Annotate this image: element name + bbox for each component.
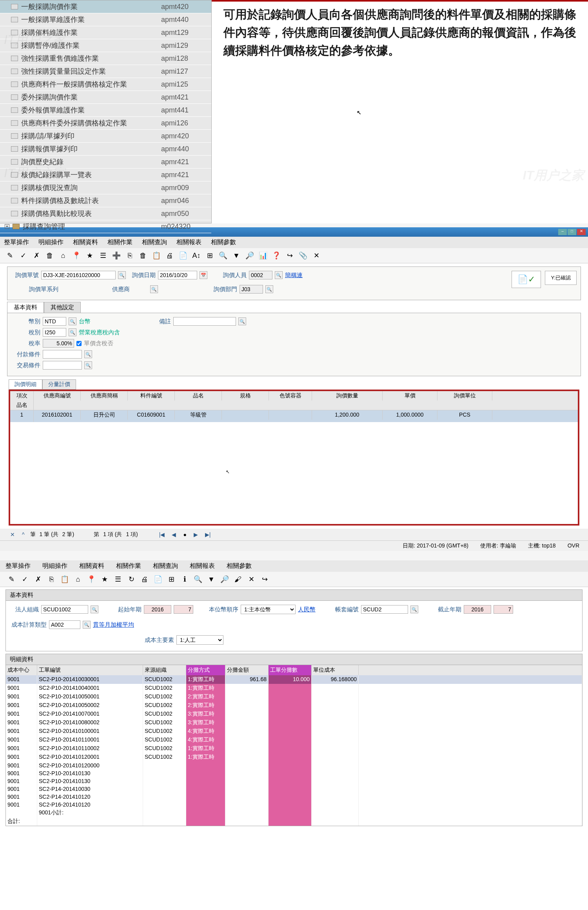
search-icon[interactable]: 🔍 — [84, 350, 92, 358]
toolbar-button[interactable]: ➕ — [111, 250, 122, 261]
toolbar-button[interactable]: A↕ — [191, 250, 202, 261]
grid-row[interactable]: 9001SC2-P10-201410050002SCUD10022:實際工時 — [6, 701, 582, 710]
person-link[interactable]: 簡稱連 — [285, 272, 303, 279]
tree-item[interactable]: 供應商料件一般採購價格核定作業apmi125 — [0, 78, 211, 91]
toolbar-button[interactable]: ☰ — [112, 573, 124, 585]
toolbar-button[interactable]: 🖌 — [232, 573, 244, 585]
grid-row[interactable]: 9001SC2-P16-201410120 — [6, 801, 582, 808]
search-icon[interactable]: 🔍 — [69, 317, 76, 325]
grid-row[interactable]: 9001SC2-P10-201410120001SCUD10021:實際工時 — [6, 753, 582, 761]
toolbar-button[interactable]: 🔎 — [244, 250, 256, 261]
currency-input[interactable] — [43, 317, 66, 326]
toolbar-button[interactable]: 🗑 — [137, 250, 149, 261]
end-year-input[interactable] — [464, 605, 491, 614]
calendar-icon[interactable]: 📅 — [200, 271, 207, 279]
menu-item[interactable]: 相關作業 — [107, 238, 132, 247]
toolbar-button[interactable]: 🔍 — [217, 250, 229, 261]
elem-select[interactable]: 1:人工 — [176, 635, 223, 645]
end-month-input[interactable] — [494, 605, 513, 614]
grid-col-header[interactable]: 分攤方式 — [186, 665, 225, 675]
tab-other[interactable]: 其他設定 — [44, 302, 81, 313]
corp-input[interactable] — [41, 605, 88, 614]
toolbar-button[interactable]: 📄 — [177, 250, 189, 261]
tree-item[interactable]: 強性採購重售價維護作業apmi128 — [0, 52, 211, 65]
status-button[interactable]: Y:已確認 — [545, 271, 577, 285]
toolbar-button[interactable]: ✕ — [310, 250, 322, 261]
grid-col-header[interactable]: 分攤金額 — [225, 665, 269, 675]
toolbar-button[interactable]: 🗑 — [44, 250, 56, 261]
search-icon[interactable]: 🔍 — [238, 317, 246, 325]
minimize-button[interactable]: – — [558, 229, 567, 235]
toolbar-button[interactable]: ✗ — [32, 573, 44, 585]
toolbar-button[interactable]: 🖨 — [139, 573, 151, 585]
confirm-button[interactable]: 📄✓ — [512, 271, 541, 288]
grid-col-header[interactable]: 供應商編號 — [34, 391, 81, 401]
tree-item[interactable]: 採購催料維護作業apmt129 — [0, 26, 211, 39]
search-icon[interactable]: 🔍 — [410, 605, 418, 613]
grid-row[interactable]: 9001SC2-P10-201410110002SCUD10021:實際工時 — [6, 744, 582, 753]
toolbar-button[interactable]: ❓ — [270, 250, 282, 261]
maximize-button[interactable]: □ — [568, 229, 576, 235]
menu-item[interactable]: 整單操作 — [5, 562, 31, 570]
tree-item[interactable]: 核價紀錄採購單一覽表apmr421 — [0, 169, 211, 181]
acct-input[interactable] — [361, 605, 408, 614]
toolbar-button[interactable]: 📊 — [257, 250, 269, 261]
menu-item[interactable]: 相關參數 — [211, 238, 236, 247]
grid-row[interactable]: 9001SC2-P10-201410040001SCUD10021:實際工時 — [6, 684, 582, 692]
tree-item[interactable]: 採購核價現況查詢apmr009 — [0, 181, 211, 194]
pager-last[interactable]: ▶| — [203, 531, 212, 538]
grid-col-header[interactable]: 色號容器 — [269, 391, 312, 401]
grid-col-header[interactable]: 供應商簡稱 — [81, 391, 128, 401]
calc-input[interactable] — [49, 620, 80, 629]
grid-col-header[interactable]: 來源組織 — [143, 665, 186, 675]
tab-basic[interactable]: 基本資料 — [7, 302, 44, 313]
tree-item[interactable]: 詢價歷史紀錄apmr421 — [0, 156, 211, 169]
toolbar-button[interactable]: 📍 — [71, 250, 82, 261]
grid-row[interactable]: 9001SC2-P10-201410080002SCUD10023:實際工時 — [6, 718, 582, 727]
toolbar-button[interactable]: 🔍 — [192, 573, 204, 585]
search-icon[interactable]: 🔍 — [150, 285, 158, 293]
pager-first[interactable]: |◀ — [158, 531, 167, 538]
close-button[interactable]: ✕ — [577, 229, 586, 235]
calc-link[interactable]: 貫等月加權平均 — [93, 621, 134, 629]
toolbar-button[interactable]: ▼ — [230, 250, 242, 261]
tree-item[interactable]: 採購暫停/維護作業apmi129 — [0, 39, 211, 52]
toolbar-button[interactable]: 📍 — [85, 573, 97, 585]
tree-item[interactable]: 強性採購質量量回設定作業apmi127 — [0, 65, 211, 78]
menu-item[interactable]: 相關查詢 — [153, 562, 178, 570]
grid-row[interactable]: 9001SC2-P10-201410110001SCUD10024:實際工時 — [6, 736, 582, 744]
remark-input[interactable] — [173, 317, 236, 326]
search-icon[interactable]: 🔍 — [265, 285, 273, 293]
tree-item[interactable]: 委外採購詢價作業apmt421 — [0, 91, 211, 104]
menu-item[interactable]: 明細操作 — [42, 562, 67, 570]
grid-row[interactable]: 9001SC2-P10-201410130 — [6, 777, 582, 785]
toolbar-button[interactable]: 📄 — [152, 573, 164, 585]
tree-item[interactable]: 採購價格異動比較現表apmr050 — [0, 207, 211, 220]
grid-row[interactable]: 9001小計: — [6, 808, 582, 817]
toolbar-button[interactable]: ↪ — [259, 573, 270, 585]
pager-prev[interactable]: ◀ — [170, 531, 178, 538]
tree-item[interactable]: 供應商料件委外採購價格核定作業apmi126 — [0, 117, 211, 130]
toolbar-button[interactable]: 📋 — [59, 573, 71, 585]
grid-row[interactable]: 9001SC2-P10-201410130 — [6, 769, 582, 777]
search-icon[interactable]: 🔍 — [118, 271, 126, 279]
menu-item[interactable]: 明細操作 — [38, 238, 64, 247]
start-month-input[interactable] — [174, 605, 193, 614]
rate-checkbox[interactable] — [76, 341, 82, 346]
toolbar-button[interactable]: ☰ — [97, 250, 109, 261]
grid-col-header[interactable]: 品名 — [10, 401, 34, 410]
toolbar-button[interactable]: ↪ — [284, 250, 296, 261]
toolbar-button[interactable]: ⊞ — [165, 573, 177, 585]
pager-close[interactable]: ✕ — [9, 531, 16, 538]
grid-row[interactable]: 9001SC2-P14-201410030 — [6, 785, 582, 793]
quote-person-input[interactable] — [249, 271, 272, 279]
trade-input[interactable] — [43, 361, 82, 370]
search-icon[interactable]: 🔍 — [84, 361, 92, 369]
menu-item[interactable]: 相關參數 — [227, 562, 252, 570]
tab-tiered[interactable]: 分量計價 — [42, 379, 76, 390]
grid-col-header[interactable]: 規格 — [222, 391, 269, 401]
grid-row[interactable]: 12016102001日升公司C01609001等級管1,200.0001,00… — [10, 410, 578, 422]
toolbar-button[interactable]: ℹ — [179, 573, 191, 585]
grid-col-header[interactable]: 料件編號 — [128, 391, 175, 401]
tree-item[interactable]: 料件採購價格及數統計表apmr046 — [0, 194, 211, 207]
